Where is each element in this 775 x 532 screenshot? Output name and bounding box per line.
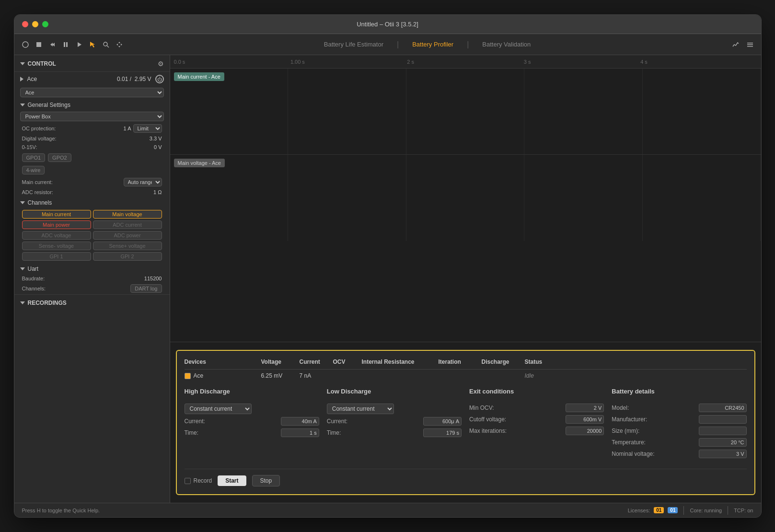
bv-ace-ocv [333,372,362,379]
ch-main-current-btn[interactable]: Main current [22,210,91,219]
ace-expand-icon[interactable] [20,77,23,81]
bv-status-header: Status [525,359,573,365]
status-right: Licenses: 01 01 Core: running TCP: on [628,506,753,515]
oc-protection-row: OC protection: 1 A Limit [14,123,170,134]
cutoff-voltage-input[interactable] [566,415,604,424]
model-input[interactable] [699,404,747,412]
uart-expand-icon[interactable] [20,267,25,270]
record-check-row: Record [185,477,212,484]
hd-type-select[interactable]: Constant current [185,404,252,414]
control-title: CONTROL [20,60,56,67]
gpo1-button[interactable]: GPO1 [22,153,46,162]
exit-conditions-title: Exit conditions [469,388,604,395]
ld-time-input[interactable] [423,428,462,437]
uart-channels-label: Channels: [22,286,46,291]
stop-button[interactable]: Stop [252,475,280,486]
toolbar-left-controls [20,39,125,50]
temperature-input[interactable] [699,438,747,447]
ace-current-value: 0.01 / 2.95 V [117,76,151,82]
adc-resistor-label: ADC resistor: [22,189,53,195]
gpo2-button[interactable]: GPO2 [48,153,71,162]
tab-battery-validation[interactable]: Battery Validation [478,39,534,50]
recordings-expand-icon[interactable] [20,301,25,304]
ch-sense-minus-btn[interactable]: Sense- voltage [22,242,91,250]
chart-area: 0.0 s 1.00 s 2 s 3 s 4 s Main curre [170,55,761,342]
ch-gpi2-btn[interactable]: GPI 2 [93,252,162,261]
nominal-voltage-input[interactable] [699,450,747,458]
bv-panel-wrapper: Devices Voltage Current OCV Internal Res… [170,342,761,503]
settings-icon[interactable]: ⚙ [158,60,164,68]
ch-main-power-btn[interactable]: Main power [22,220,91,229]
tab-battery-life-estimator[interactable]: Battery Life Estimator [320,39,387,50]
tab-battery-profiler[interactable]: Battery Profiler [408,39,457,50]
bv-voltage-header: Voltage [261,359,300,365]
record-circle-btn[interactable] [20,39,31,50]
menu-icon[interactable] [745,39,755,50]
dart-log-button[interactable]: DART log [130,284,162,293]
bv-sections-content: Constant current Current: Time: [185,404,747,461]
move-btn[interactable] [114,39,125,50]
ace-label: Ace [27,76,114,82]
bv-devices-header: Devices [185,359,261,365]
stop-btn[interactable] [34,39,44,50]
ch-main-voltage-btn[interactable]: Main voltage [93,210,162,219]
digital-voltage-value: 3.3 V [150,136,162,141]
ld-type-select[interactable]: Constant current [327,404,394,414]
bv-ace-row: Ace 6.25 mV 7 nA Idle [185,370,747,382]
ch-sense-plus-btn[interactable]: Sense+ voltage [93,242,162,250]
power-button[interactable]: ⏻ [155,75,164,83]
max-iterations-row: Max iterations: [469,427,604,435]
oc-limit-select[interactable]: Limit [133,124,162,133]
manufacturer-row: Manufacturer: [612,415,746,424]
select-tool-btn[interactable] [87,39,98,50]
ch-adc-current-btn[interactable]: ADC current [93,220,162,229]
bv-table-header: Devices Voltage Current OCV Internal Res… [185,359,747,370]
minimize-button[interactable] [32,21,38,27]
prev-btn[interactable] [47,39,58,50]
battery-details-title: Battery details [612,388,746,395]
bv-current-header: Current [300,359,333,365]
four-wire-button[interactable]: 4-wire [22,166,45,174]
manufacturer-input[interactable] [699,415,747,424]
cutoff-voltage-label: Cutoff voltage: [469,416,506,423]
control-collapse-icon[interactable] [20,62,25,65]
sidebar: CONTROL ⚙ Ace 0.01 / 2.95 V ⏻ Ace [14,55,170,503]
general-settings-icon[interactable] [20,104,25,106]
time-0: 0.0 s [174,59,290,65]
pause-btn[interactable] [60,39,71,50]
recordings-title: RECORDINGS [20,300,164,306]
low-discharge-title: Low Discharge [327,388,462,395]
baudrate-row: Baudrate: 115200 [14,274,170,283]
temperature-label: Temperature: [612,439,646,446]
search-btn[interactable] [101,39,111,50]
max-iterations-input[interactable] [566,427,604,435]
chart-icon[interactable] [730,39,741,50]
hd-time-input[interactable] [281,428,319,437]
ch-adc-voltage-btn[interactable]: ADC voltage [22,231,91,240]
voltage-chart-panel: Main voltage - Ace [170,155,761,241]
size-input[interactable] [699,427,747,435]
hd-current-input[interactable] [281,417,319,426]
start-button[interactable]: Start [218,475,246,486]
play-btn[interactable] [74,39,84,50]
time-3: 3 s [524,59,640,65]
bv-ace-iteration [439,372,482,379]
record-checkbox[interactable] [185,478,191,484]
ch-adc-power-btn[interactable]: ADC power [93,231,162,240]
channels-expand-icon[interactable] [20,201,25,204]
maximize-button[interactable] [42,21,48,27]
ld-time-row: Time: [327,428,462,437]
ch-gpi1-btn[interactable]: GPI 1 [22,252,91,261]
close-button[interactable] [22,21,28,27]
ace-dropdown[interactable]: Ace [20,88,164,97]
cutoff-voltage-row: Cutoff voltage: [469,415,604,424]
ld-current-input[interactable] [423,417,462,426]
temperature-row: Temperature: [612,438,746,447]
main-current-select[interactable]: Auto range [124,178,162,186]
uart-header: Uart [14,263,170,274]
power-box-dropdown[interactable]: Power Box [20,112,164,121]
status-divider [683,506,684,515]
ld-current-label: Current: [327,418,347,425]
bv-ace-checkbox[interactable] [185,373,191,379]
min-ocv-input[interactable] [566,404,604,412]
